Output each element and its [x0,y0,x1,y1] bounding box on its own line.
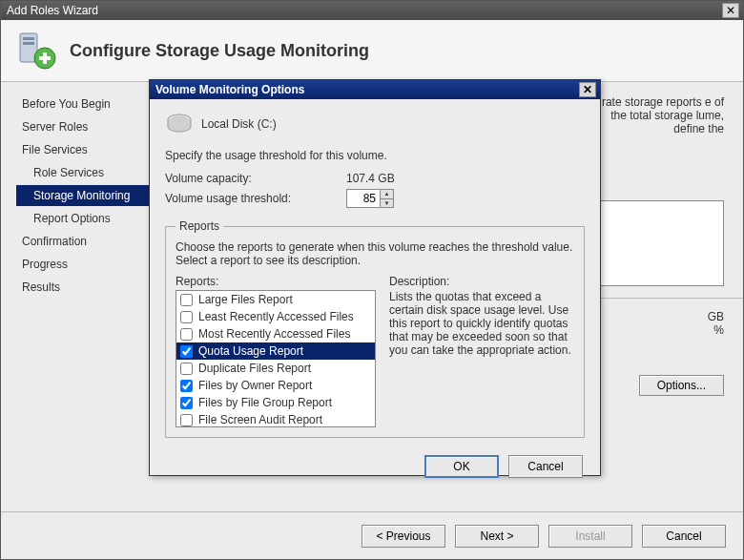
report-item-least-recent[interactable]: Least Recently Accessed Files [176,308,375,325]
page-title: Configure Storage Usage Monitoring [70,41,369,61]
threshold-gb-suffix: GB [708,310,724,323]
report-label: Duplicate Files Report [198,362,311,375]
description-label: Description: [389,275,574,288]
nav-confirmation[interactable]: Confirmation [16,231,152,252]
report-item-file-screen-audit[interactable]: File Screen Audit Report [176,411,375,427]
close-icon[interactable]: ✕ [579,82,596,97]
install-button[interactable]: Install [548,525,632,548]
reports-group: Reports Choose the reports to generate w… [165,219,585,438]
spin-up-icon[interactable]: ▲ [380,190,393,199]
reports-legend: Reports [176,219,223,233]
nav-server-roles[interactable]: Server Roles [16,116,152,137]
report-label: Large Files Report [198,293,293,306]
close-icon[interactable]: ✕ [722,3,739,18]
svg-rect-2 [23,42,34,45]
svg-point-7 [171,116,188,123]
volume-monitoring-options-dialog: Volume Monitoring Options ✕ Local Disk (… [149,79,601,476]
wizard-titlebar: Add Roles Wizard ✕ [1,1,743,20]
threshold-pct-suffix: % [708,323,724,337]
cancel-button[interactable]: Cancel [642,525,726,548]
nav-before-you-begin[interactable]: Before You Begin [16,93,152,114]
spin-down-icon[interactable]: ▼ [380,199,393,208]
reports-listbox[interactable]: Large Files Report Least Recently Access… [176,290,376,427]
threshold-spinner[interactable]: ▲ ▼ [346,189,394,208]
reports-intro: Choose the reports to generate when this… [176,240,574,267]
nav-results[interactable]: Results [16,277,152,298]
nav-progress[interactable]: Progress [16,254,152,275]
report-label: Files by File Group Report [198,396,332,409]
wizard-footer: < Previous Next > Install Cancel [1,511,743,559]
report-checkbox[interactable] [180,328,193,341]
spec-text: Specify the usage threshold for this vol… [165,149,585,162]
svg-rect-5 [39,56,51,60]
report-checkbox[interactable] [180,363,193,375]
report-checkbox[interactable] [180,294,193,306]
report-label: File Screen Audit Report [198,413,322,426]
reports-list-label: Reports: [176,275,376,288]
description-text: Lists the quotas that exceed a certain d… [389,290,574,357]
next-button[interactable]: Next > [455,525,539,548]
report-checkbox[interactable] [180,311,193,323]
previous-button[interactable]: < Previous [362,525,445,548]
threshold-input[interactable] [347,190,380,207]
report-checkbox[interactable] [180,397,193,409]
disk-icon [165,113,194,135]
report-item-most-recent[interactable]: Most Recently Accessed Files [176,325,375,342]
svg-rect-1 [23,37,34,40]
report-checkbox[interactable] [180,345,193,358]
cancel-button[interactable]: Cancel [508,455,583,478]
dialog-footer: OK Cancel [150,446,600,491]
report-checkbox[interactable] [180,414,193,426]
report-item-duplicate-files[interactable]: Duplicate Files Report [176,360,375,377]
server-icon [16,30,58,72]
report-label: Least Recently Accessed Files [198,310,354,323]
nav-file-services[interactable]: File Services [16,139,152,160]
content-intro-tail: rate storage reports e of the total stor… [590,95,724,135]
wizard-title: Add Roles Wizard [7,1,98,20]
report-item-files-by-owner[interactable]: Files by Owner Report [176,377,375,394]
dialog-title: Volume Monitoring Options [155,80,304,99]
report-label: Files by Owner Report [198,379,312,392]
options-button[interactable]: Options... [639,375,724,396]
report-item-large-files[interactable]: Large Files Report [176,291,375,308]
dialog-titlebar: Volume Monitoring Options ✕ [150,80,600,99]
nav-storage-monitoring[interactable]: Storage Monitoring [16,185,152,206]
threshold-label: Volume usage threshold: [165,192,346,205]
report-checkbox[interactable] [180,380,193,392]
wizard-nav: Before You Begin Server Roles File Servi… [1,82,152,507]
capacity-value: 107.4 GB [346,172,423,185]
disk-row: Local Disk (C:) [165,113,585,135]
ok-button[interactable]: OK [424,455,499,478]
wizard-header: Configure Storage Usage Monitoring [1,20,743,82]
nav-report-options[interactable]: Report Options [16,208,152,229]
report-label: Quota Usage Report [198,344,303,358]
nav-role-services[interactable]: Role Services [16,162,152,183]
report-item-quota-usage[interactable]: Quota Usage Report [176,342,375,360]
report-label: Most Recently Accessed Files [198,327,350,341]
capacity-label: Volume capacity: [165,172,346,185]
disk-label: Local Disk (C:) [201,117,277,131]
report-item-files-by-group[interactable]: Files by File Group Report [176,394,375,411]
